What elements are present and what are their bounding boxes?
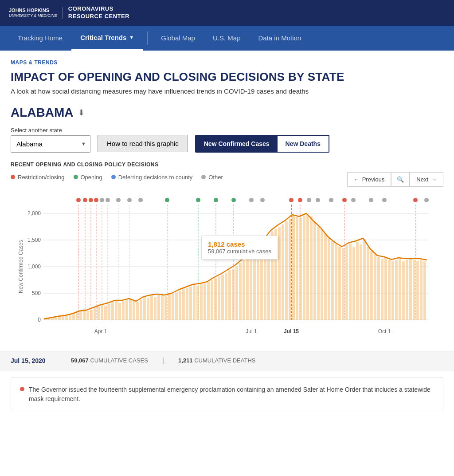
jhu-logo: JOHNS HOPKINS UNIVERSITY & MEDICINE [9,7,63,19]
svg-point-40 [424,198,429,202]
next-button[interactable]: Next → [410,172,443,187]
date-label: Jul 15, 2020 [11,357,64,364]
svg-rect-71 [94,308,96,320]
next-label: Next [416,176,428,183]
svg-rect-129 [299,218,302,320]
stats-divider: | [162,357,164,365]
nav-global-map[interactable]: Global Map [152,26,204,50]
svg-rect-78 [118,303,121,320]
tab-confirmed-cases[interactable]: New Confirmed Cases [196,136,278,152]
opening-label: Opening [81,174,102,181]
svg-rect-69 [86,311,89,320]
svg-rect-135 [321,229,323,320]
svg-rect-88 [154,297,157,320]
svg-point-24 [165,198,169,202]
legend-opening: Opening [74,174,102,181]
svg-rect-164 [423,261,426,320]
svg-rect-111 [235,266,238,320]
svg-rect-126 [289,219,291,320]
nav-critical-trends[interactable]: Critical Trends ▼ [71,26,143,51]
tab-group: New Confirmed Cases New Deaths [195,135,329,153]
svg-rect-114 [246,257,249,320]
legend-restriction: Restriction/closing [11,174,65,181]
svg-rect-127 [292,216,295,320]
svg-rect-91 [164,296,167,320]
nav-data-in-motion[interactable]: Data in Motion [249,26,310,50]
svg-rect-100 [196,286,199,320]
svg-rect-146 [360,244,362,320]
restriction-label: Restriction/closing [18,174,65,181]
svg-rect-160 [409,259,412,320]
svg-point-35 [342,198,347,202]
svg-rect-72 [97,307,100,320]
controls-row: Select another state Alabama How to read… [11,127,443,153]
previous-button[interactable]: ← Previous [347,172,391,187]
svg-rect-82 [133,301,135,320]
svg-rect-93 [172,294,174,320]
svg-text:Jul 1: Jul 1 [246,328,257,334]
svg-rect-162 [416,261,419,320]
svg-rect-112 [239,263,242,320]
nav-bar: Tracking Home Critical Trends ▼ Global M… [0,26,454,51]
jhu-sub: UNIVERSITY & MEDICINE [9,13,57,19]
svg-rect-106 [218,276,220,320]
svg-rect-105 [214,278,217,320]
state-dropdown-wrapper[interactable]: Alabama [11,135,90,153]
main-content: MAPS & TRENDS IMPACT OF OPENING AND CLOS… [0,51,454,427]
svg-point-26 [214,198,218,202]
svg-text:1,500: 1,500 [27,237,41,243]
svg-rect-144 [352,247,355,320]
nav-us-map[interactable]: U.S. Map [204,26,250,50]
opening-dot [74,175,78,179]
svg-rect-139 [335,244,337,320]
crc-title: CORONAVIRUS RESOURCE CENTER [68,5,129,20]
state-select-wrapper: Select another state Alabama [11,127,90,153]
svg-point-25 [196,198,200,202]
state-dropdown[interactable]: Alabama [11,135,90,153]
svg-point-27 [231,198,236,202]
svg-point-23 [138,198,143,202]
svg-rect-138 [331,241,334,320]
crc-line1: CORONAVIRUS [68,5,129,13]
svg-point-37 [369,198,373,202]
legend-deferring: Deferring decisions to county [111,174,193,181]
svg-rect-157 [399,259,401,320]
other-dot [201,175,206,179]
svg-rect-65 [72,313,75,320]
svg-rect-102 [204,283,206,320]
svg-rect-143 [349,244,352,320]
svg-rect-70 [90,310,93,320]
tab-new-deaths[interactable]: New Deaths [278,136,329,152]
svg-rect-141 [342,248,344,320]
svg-point-28 [249,198,254,202]
chart-svg: New Confirmed Cases 2,000 1,500 1,000 50… [11,191,443,342]
svg-point-29 [260,198,265,202]
state-heading: ALABAMA ⬇ [11,106,443,120]
breadcrumb: MAPS & TRENDS [11,59,443,66]
svg-rect-66 [76,312,78,320]
read-graphic-button[interactable]: How to read this graphic [98,135,188,152]
search-button[interactable]: 🔍 [391,172,410,187]
svg-rect-94 [175,292,178,320]
svg-rect-74 [104,306,107,320]
download-icon[interactable]: ⬇ [78,108,85,118]
svg-point-34 [329,198,333,202]
svg-rect-133 [313,222,316,320]
svg-rect-76 [111,302,114,320]
svg-point-15 [76,198,81,202]
deferring-label: Deferring decisions to county [118,174,193,181]
crc-line2: RESOURCE CENTER [68,13,129,20]
svg-rect-81 [129,299,132,320]
svg-rect-161 [413,260,415,320]
svg-rect-134 [317,227,320,320]
svg-rect-163 [420,260,423,320]
jhu-name: JOHNS HOPKINS [9,7,57,13]
svg-point-21 [116,198,121,202]
svg-rect-108 [225,273,227,320]
nav-tracking-home[interactable]: Tracking Home [9,26,71,50]
section-label: RECENT OPENING AND CLOSING POLICY DECISI… [11,161,443,168]
tooltip-cumulative: 59,067 cumulative cases [208,248,271,255]
svg-point-39 [413,198,418,202]
svg-point-18 [94,198,98,202]
svg-rect-107 [221,275,224,320]
